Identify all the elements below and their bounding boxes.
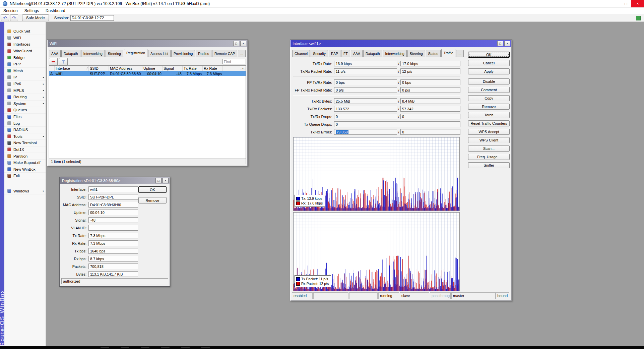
sidebar-item-routing[interactable]: Routing ▸ — [4, 94, 46, 101]
undo-button[interactable]: ↶ — [1, 14, 9, 21]
column-picker-button[interactable]: ▼ — [240, 66, 246, 70]
sidebar-item-queues[interactable]: Queues — [4, 107, 46, 114]
field-value[interactable]: SUT-P2P-DPL — [88, 194, 138, 200]
close-icon[interactable]: × — [163, 178, 169, 183]
tab[interactable]: Radios — [196, 50, 211, 57]
sidebar-item-windows[interactable]: Windows ▸ — [4, 188, 46, 195]
field-value[interactable]: 1648 bps — [88, 248, 138, 254]
tab[interactable]: Access List — [148, 50, 171, 57]
field-value[interactable]: wifi1 — [88, 186, 138, 192]
sidebar-item-mesh[interactable]: Mesh — [4, 68, 46, 74]
action-button[interactable]: Freq. Usage... — [468, 154, 510, 160]
registration-window-titlebar[interactable]: Registration <D4:01:C3:39:68:80> □ × — [60, 177, 170, 184]
fp-tx-packet-rate-value[interactable]: 0 p/s — [334, 87, 397, 93]
action-button[interactable]: Cancel — [468, 60, 510, 66]
menu-item[interactable]: Session — [0, 8, 21, 13]
tab[interactable]: Traffic — [441, 49, 456, 57]
column-header[interactable]: Interface ∕ — [55, 66, 89, 71]
ok-button[interactable]: OK — [138, 186, 167, 193]
tab[interactable]: FT — [341, 50, 350, 57]
field-value[interactable]: 8.7 kbps — [88, 256, 138, 261]
close-icon[interactable]: × — [504, 41, 510, 46]
column-header[interactable]: Tx Rate — [183, 66, 203, 71]
maximize-button[interactable]: □ — [497, 41, 503, 46]
tab[interactable]: Status — [426, 50, 441, 57]
field-value[interactable]: 113.1 KiB,141.7 KiB — [88, 271, 138, 277]
rx-packet-rate-value[interactable]: 12 p/s — [400, 68, 460, 74]
action-button[interactable]: WPS Accept — [468, 129, 510, 135]
rx-drops-value[interactable]: 0 — [400, 114, 460, 119]
column-header[interactable]: SSID — [89, 66, 109, 71]
sidebar-item-quick-set[interactable]: Quick Set — [4, 28, 46, 35]
remove-button[interactable]: Remove — [138, 197, 167, 203]
tab[interactable]: Datapath — [363, 50, 382, 57]
safe-mode-button[interactable]: Safe Mode — [22, 14, 49, 21]
interface-window-titlebar[interactable]: Interface <wifi1> □ × — [291, 40, 511, 47]
minimize-button[interactable]: – — [610, 0, 621, 7]
menu-item[interactable]: Dashboard — [42, 8, 69, 13]
tx-drops-value[interactable]: 0 — [334, 114, 397, 119]
main-titlebar[interactable]: NNbeheer@D4:01:C3:38:12:72 (SUT-P2P-DPL)… — [0, 0, 644, 8]
rx-packets-value[interactable]: 57 342 — [400, 106, 460, 112]
maximize-button[interactable]: □ — [621, 0, 631, 7]
sidebar-item-dot1x[interactable]: Dot1X — [4, 147, 46, 153]
session-input[interactable]: D4:01:C3:38:12:72 — [70, 15, 114, 21]
column-header[interactable]: Uptime — [142, 66, 163, 71]
sidebar-item-ppp[interactable]: PPP — [4, 61, 46, 68]
sidebar-item-mpls[interactable]: MPLS ▸ — [4, 87, 46, 94]
filter-button[interactable] — [59, 58, 68, 65]
field-value[interactable]: 700,818 — [88, 264, 138, 269]
close-icon[interactable]: × — [240, 41, 246, 46]
tab[interactable]: Security — [311, 50, 328, 57]
action-button[interactable]: Remove — [468, 104, 510, 110]
rx-errors-value[interactable]: 0 — [400, 129, 460, 135]
field-value[interactable]: 7.3 Mbps — [88, 233, 138, 238]
rx-bytes-value[interactable]: 8.4 MiB — [400, 98, 460, 104]
field-value[interactable]: -48 — [88, 217, 138, 223]
tab[interactable]: ... — [456, 50, 464, 57]
wifi-window-titlebar[interactable]: WiFi □ × — [48, 40, 247, 47]
action-button[interactable]: OK — [468, 52, 510, 58]
tab[interactable]: Registration — [124, 49, 147, 57]
tx-rate-value[interactable]: 13.9 kbps — [334, 61, 397, 66]
tab[interactable]: Interworking — [81, 50, 105, 57]
sidebar-item-ipv6[interactable]: IPv6 ▸ — [4, 81, 46, 88]
sidebar-item-tools[interactable]: Tools ▸ — [4, 133, 46, 140]
sidebar-item-partition[interactable]: Partition — [4, 153, 46, 160]
sidebar-item-log[interactable]: Log — [4, 120, 46, 127]
sidebar-item-bridge[interactable]: Bridge — [4, 54, 46, 61]
sidebar-item-wifi[interactable]: WiFi — [4, 35, 46, 42]
action-button[interactable]: Comment — [468, 87, 510, 93]
find-input[interactable] — [222, 59, 246, 64]
maximize-button[interactable]: □ — [233, 41, 239, 46]
field-value[interactable]: 7.3 Mbps — [88, 240, 138, 246]
tx-queue-drops-value[interactable]: 0 — [334, 121, 460, 127]
action-button[interactable]: WPS Client — [468, 137, 510, 143]
tab[interactable]: ... — [238, 50, 246, 57]
sidebar-item-radius[interactable]: RADIUS — [4, 127, 46, 133]
field-value[interactable] — [88, 225, 138, 231]
rx-rate-value[interactable]: 17.0 kbps — [400, 61, 460, 66]
action-button[interactable]: Apply — [468, 68, 510, 74]
fp-rx-rate-value[interactable]: 0 bps — [400, 79, 460, 85]
sidebar-item-new-terminal[interactable]: New Terminal — [4, 140, 46, 147]
tx-errors-value[interactable]: 79 059 — [334, 129, 397, 135]
column-header[interactable]: Signal — [163, 66, 183, 71]
action-button[interactable]: Disable — [468, 78, 510, 84]
sidebar-item-ip[interactable]: IP ▸ — [4, 74, 46, 81]
field-value[interactable]: 00:04:10 — [88, 210, 138, 215]
tab[interactable]: Steering — [106, 50, 123, 57]
close-button[interactable]: × — [631, 0, 644, 7]
sidebar-item-make-supout[interactable]: Make Supout.rif — [4, 160, 46, 166]
fp-tx-rate-value[interactable]: 0 bps — [334, 79, 397, 85]
action-button[interactable]: Copy — [468, 95, 510, 101]
tab[interactable]: Remote CAP — [212, 50, 237, 57]
tab[interactable]: Channel — [292, 50, 310, 57]
column-header[interactable]: MAC Address — [109, 66, 142, 71]
tab[interactable]: AAA — [49, 50, 61, 57]
sidebar-item-interfaces[interactable]: Interfaces — [4, 41, 46, 48]
sidebar-item-wireguard[interactable]: WireGuard — [4, 48, 46, 55]
sidebar-item-exit[interactable]: Exit — [4, 173, 46, 179]
tx-packet-rate-value[interactable]: 11 p/s — [334, 68, 397, 74]
tab[interactable]: Provisioning — [171, 50, 195, 57]
